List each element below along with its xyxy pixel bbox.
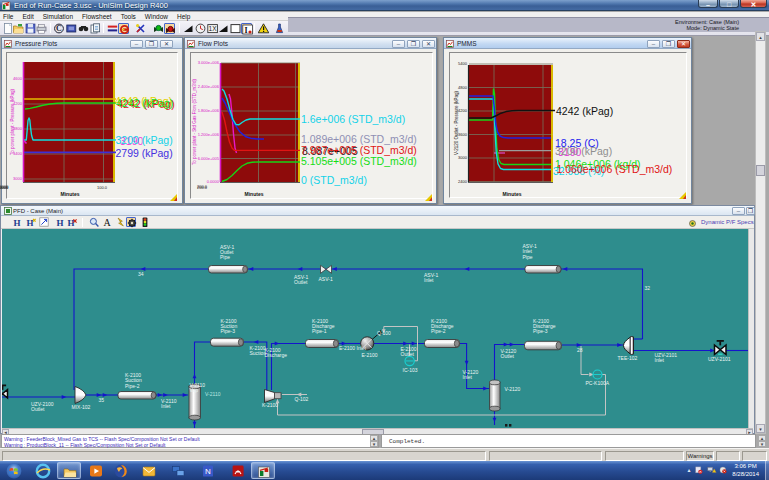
find-object-icon[interactable] [78, 23, 89, 34]
taskbar-clock[interactable]: 3:06 PM 8/28/2014 [732, 463, 759, 478]
pfd-stream-line[interactable] [459, 344, 489, 389]
outlook-icon[interactable] [137, 462, 161, 479]
clipped-label[interactable] [509, 424, 511, 427]
quick-route-icon[interactable] [115, 217, 125, 227]
acrobat-icon[interactable] [226, 462, 250, 479]
clipped-label[interactable] [505, 424, 507, 427]
dynamics-mode-icon[interactable] [118, 23, 129, 34]
pfd-label[interactable]: V-2110 [205, 392, 220, 397]
pfd-label[interactable]: MIX-102 [72, 405, 91, 410]
pressure-plots-window-minimize-button[interactable]: – [130, 40, 143, 48]
join-icon[interactable]: H [55, 217, 65, 227]
windows-explorer-icon[interactable] [57, 462, 81, 479]
pfd-label[interactable]: K-2100 Discharge Pipe-2 [431, 319, 454, 335]
flow-plots-window-close-button[interactable]: ✕ [422, 40, 435, 48]
pfd-label[interactable]: V-2120 [505, 387, 521, 392]
pc-k100a-controller[interactable] [593, 370, 602, 379]
k2100-discharge-pipe2[interactable] [425, 340, 460, 348]
menu-edit[interactable]: Edit [22, 13, 33, 20]
tray-flag-icon[interactable] [695, 465, 705, 475]
pfd-label[interactable]: K-2100 Discharge [265, 348, 288, 359]
pfd-signal-line[interactable] [278, 375, 606, 416]
media-player-icon[interactable] [84, 462, 108, 479]
pfd-label[interactable]: 35 [99, 398, 105, 403]
pfd-label[interactable]: E-2100 [362, 353, 378, 358]
solver-holding-icon[interactable] [164, 23, 175, 34]
print-icon[interactable] [36, 23, 47, 34]
mix102-mixer[interactable] [75, 387, 86, 404]
pfd-label[interactable]: E-2100 Inlet [339, 346, 366, 351]
break-connection-icon[interactable]: H [67, 217, 77, 227]
navigator-icon[interactable] [90, 23, 101, 34]
mdi-scroll-up[interactable]: ▴ [756, 32, 765, 41]
dynamics-assistant-icon[interactable] [135, 23, 146, 34]
trace-status-pane[interactable]: Completed. [381, 434, 756, 448]
asv1-valve[interactable] [321, 265, 332, 273]
pmms-window-minimize-button[interactable]: – [647, 40, 660, 48]
size-mode-icon[interactable] [39, 217, 49, 227]
menu-tools[interactable]: Tools [121, 13, 136, 20]
asv1-outlet-pipe[interactable] [209, 266, 248, 274]
pfd-label[interactable]: E-2100 Outlet [401, 347, 417, 358]
decelerate-icon[interactable] [218, 23, 229, 34]
flow-plots-window-grip[interactable] [425, 194, 432, 201]
pfd-label[interactable]: UZV-2101 [708, 357, 731, 362]
zoom-icon[interactable] [89, 217, 99, 227]
pfd-label[interactable]: ASV-1 Outlet [294, 275, 308, 286]
event-scheduler-icon[interactable] [258, 23, 269, 34]
solver-active-icon[interactable] [153, 23, 164, 34]
pmms-window-chart-panel[interactable]: 5400480042003600300024000.0000200.0V-212… [449, 52, 687, 198]
tee102-tee[interactable] [624, 337, 634, 355]
pfd-label[interactable]: K-2100 Suction Pipe-2 [125, 373, 142, 389]
pfd-titlebar[interactable]: PFD - Case (Main) – ❐ [1, 206, 754, 216]
save-icon[interactable] [25, 23, 36, 34]
flow-plots-window-minimize-button[interactable]: – [392, 40, 405, 48]
pfd-stream-line[interactable] [74, 269, 643, 390]
pfd-label[interactable]: ASV-1 Inlet [424, 273, 438, 284]
flow-plots-window-titlebar[interactable]: Flow Plots–❐✕ [185, 38, 436, 49]
pressure-plots-window-titlebar[interactable]: Pressure Plots–❐✕ [2, 38, 182, 49]
pressure-plots-window-maximize-button[interactable]: ❐ [145, 40, 158, 48]
tray-audio-icon[interactable] [719, 465, 729, 475]
pfd-label[interactable]: Q-102 [295, 397, 309, 402]
pfd-label[interactable]: K-2100 Discharge Pipe-3 [533, 319, 556, 335]
tray-network-warning-icon[interactable] [707, 465, 717, 475]
app-maximize-button[interactable]: □ [719, 0, 739, 8]
mdi-scroll-thumb[interactable] [756, 165, 765, 176]
k2100-suction-pipe2[interactable] [118, 392, 156, 400]
attach-mode-icon[interactable]: H [12, 217, 22, 227]
asv1-inlet-pipe[interactable] [525, 266, 561, 274]
pmms-window-titlebar[interactable]: PMMS–❐✕ [444, 38, 691, 49]
uzv2100-valve[interactable] [2, 385, 8, 399]
pmms-window-grip[interactable] [679, 192, 686, 199]
pfd-label[interactable]: V-2120 Outlet [501, 349, 517, 360]
trace1-scrollbar[interactable]: ▴ ▾ [370, 435, 378, 447]
app-minimize-button[interactable]: – [698, 0, 718, 8]
firefox-icon[interactable] [109, 462, 133, 479]
menu-file[interactable]: File [3, 13, 13, 20]
pfd-label[interactable]: V-2120 Inlet [463, 370, 479, 381]
editor-icon[interactable]: N [196, 462, 220, 479]
auto-attach-icon[interactable]: H [26, 217, 36, 227]
pfd-label[interactable]: PC-K100A [586, 381, 610, 386]
pfd-label[interactable]: V-2110 Vap [190, 383, 205, 394]
tray-expand-button[interactable]: ▴ [684, 466, 694, 476]
menu-simulation[interactable]: Simulation [43, 13, 73, 20]
menu-window[interactable]: Window [145, 13, 168, 20]
pfd-label[interactable]: IC-103 [403, 368, 418, 373]
k2100-suction-pipe3[interactable] [211, 338, 244, 346]
show-desktop-button[interactable] [765, 461, 769, 480]
unisim-icon[interactable] [251, 462, 275, 479]
dynamics-stripchart-icon[interactable] [274, 23, 285, 34]
pfd-stream-line[interactable] [195, 342, 212, 385]
dynamic-pf-specs-label[interactable]: Dynamic P/F Specs [701, 219, 754, 225]
pressure-plots-window-chart-panel[interactable]: 460042003800340030000.0000100.0200.0To p… [6, 52, 178, 199]
pfd-label[interactable]: 32 [645, 286, 651, 291]
k2100-discharge-pipe3[interactable] [525, 341, 562, 350]
menu-help[interactable]: Help [177, 13, 190, 20]
colour-scheme-icon[interactable] [140, 217, 150, 227]
menu-flowsheet[interactable]: Flowsheet [82, 13, 112, 20]
step-icon[interactable] [230, 23, 241, 34]
pfd-label[interactable]: K-2100 Discharge Pipe-1 [312, 319, 335, 335]
k2100-discharge-pipe1[interactable] [306, 340, 339, 348]
